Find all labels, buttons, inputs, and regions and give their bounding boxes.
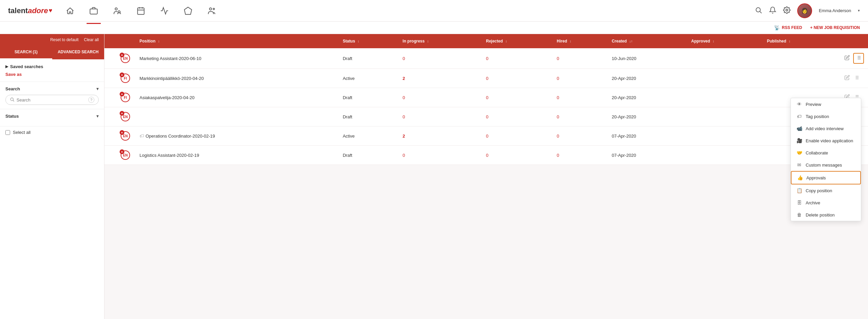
clear-all-button[interactable]: Clear all (84, 37, 99, 42)
th-position-sort[interactable]: ↕ (158, 39, 160, 43)
select-all-checkbox[interactable] (5, 130, 10, 135)
row-position-cell (135, 107, 339, 126)
plus-icon[interactable]: + (120, 72, 124, 77)
settings-icon[interactable] (783, 6, 790, 15)
dropdown-item-delete-position[interactable]: 🗑 Delete position (791, 209, 861, 221)
search-collapse-icon[interactable]: ▾ (96, 86, 99, 91)
th-published[interactable]: Published ↕ (763, 34, 840, 48)
th-published-sort[interactable]: ↕ (789, 39, 790, 43)
nav-icon-list (63, 5, 755, 17)
position-name: Asiakaspalvelija-2020-04-20 (140, 95, 194, 100)
rss-feed-link[interactable]: 📡 RSS FEED (774, 25, 802, 30)
edit-button[interactable] (844, 54, 850, 62)
dropdown-item-tag-position[interactable]: 🏷 Tag position (791, 110, 861, 122)
nav-home[interactable] (63, 5, 77, 17)
lang-badge[interactable]: + EN (121, 112, 130, 121)
dropdown-item-add-video-interview[interactable]: 📹 Add video interview (791, 122, 861, 135)
reset-to-default-button[interactable]: Reset to default (50, 37, 79, 42)
in-progress-value: 2 (403, 134, 405, 139)
th-rejected-sort[interactable]: ↕ (505, 39, 507, 43)
saved-searches-toggle[interactable]: ▶ Saved searches (5, 64, 99, 69)
lang-badge[interactable]: + EN (121, 131, 130, 141)
rejected-value: 0 (486, 56, 488, 61)
user-dropdown-chevron[interactable]: ▾ (858, 8, 860, 13)
row-approved-cell (687, 48, 763, 69)
th-in-progress[interactable]: In progress ↕ (399, 34, 482, 48)
logo-heart-icon: ♥ (49, 7, 53, 14)
svg-line-11 (13, 100, 14, 101)
plus-icon[interactable]: + (120, 53, 124, 57)
th-status[interactable]: Status ↕ (339, 34, 399, 48)
search-input[interactable] (17, 97, 86, 103)
list-button[interactable] (853, 53, 864, 64)
lang-badge[interactable]: + EN (121, 150, 130, 160)
th-rejected-label: Rejected (486, 39, 503, 44)
created-value: 07-Apr-2020 (612, 134, 636, 139)
svg-rect-0 (90, 9, 97, 14)
row-expand-cell (104, 69, 117, 88)
row-in-progress-cell: 0 (399, 48, 482, 69)
th-approved[interactable]: Approved ↕ (687, 34, 763, 48)
th-position[interactable]: Position ↕ (135, 34, 339, 48)
avatar[interactable]: 👩 (797, 3, 812, 18)
created-value: 10-Jun-2020 (612, 56, 636, 61)
plus-icon[interactable]: + (120, 111, 124, 116)
row-lang-cell: + EN (117, 48, 135, 69)
row-created-cell: 07-Apr-2020 (608, 146, 687, 165)
lang-badge[interactable]: + FI (121, 74, 130, 83)
list-button[interactable] (853, 74, 860, 82)
nav-analytics[interactable] (157, 5, 172, 17)
dropdown-item-copy-position[interactable]: 📋 Copy position (791, 184, 861, 197)
dropdown-item-preview[interactable]: 👁 Preview (791, 98, 861, 110)
plus-icon[interactable]: + (120, 92, 124, 96)
logo[interactable]: talentadore♥ (8, 6, 52, 15)
th-in-progress-sort[interactable]: ↕ (427, 39, 429, 43)
plus-icon[interactable]: + (120, 149, 124, 154)
plus-icon[interactable]: + (120, 130, 124, 135)
th-created[interactable]: Created ↓↑ (608, 34, 687, 48)
th-created-sort[interactable]: ↓↑ (629, 39, 632, 43)
row-rejected-cell: 0 (482, 48, 553, 69)
nav-gem[interactable] (181, 5, 195, 17)
tag-icon[interactable]: 🏷 (140, 133, 144, 139)
dropdown-item-approvals[interactable]: 👍 Approvals (791, 171, 861, 184)
th-status-sort[interactable]: ↕ (358, 39, 359, 43)
th-hired[interactable]: Hired ↕ (553, 34, 608, 48)
edit-button[interactable] (844, 74, 850, 82)
th-approved-sort[interactable]: ↕ (713, 39, 714, 43)
search-icon[interactable] (755, 6, 762, 15)
rejected-value: 0 (486, 134, 488, 139)
dropdown-item-archive[interactable]: 🗄 Archive (791, 197, 861, 209)
nav-right-section: 👩 Emma Anderson ▾ (755, 3, 860, 18)
nav-team[interactable] (205, 5, 219, 17)
dropdown-item-icon: 🏷 (796, 114, 802, 119)
status-value: Draft (343, 114, 352, 119)
status-collapse-icon[interactable]: ▾ (96, 113, 99, 119)
row-hired-cell: 0 (553, 146, 608, 165)
new-job-requisition-link[interactable]: + NEW JOB REQUISITION (810, 25, 860, 30)
table-row: + FI Markkinointipäällikkö-2020-04-20 Ac… (104, 69, 868, 88)
sub-header: 📡 RSS FEED + NEW JOB REQUISITION (0, 22, 868, 34)
lang-badge[interactable]: + FI (121, 93, 130, 102)
tab-search[interactable]: SEARCH (1) (0, 46, 52, 59)
tab-advanced-search[interactable]: ADVANCED SEARCH (52, 46, 104, 59)
user-name[interactable]: Emma Anderson (819, 8, 851, 13)
th-hired-sort[interactable]: ↕ (569, 39, 571, 43)
dropdown-item-custom-messages[interactable]: ✉ Custom messages (791, 159, 861, 171)
th-rejected[interactable]: Rejected ↕ (482, 34, 553, 48)
nav-jobs[interactable] (87, 5, 101, 17)
rss-feed-label: RSS FEED (782, 25, 802, 30)
save-as-link[interactable]: Save as (5, 72, 22, 77)
dropdown-item-icon: 👁 (796, 102, 802, 107)
row-expand-cell (104, 88, 117, 107)
row-in-progress-cell: 0 (399, 107, 482, 126)
notifications-icon[interactable] (769, 6, 776, 15)
lang-badge[interactable]: + EN (121, 54, 130, 63)
nav-candidates[interactable] (110, 5, 124, 17)
nav-calendar[interactable] (134, 5, 148, 17)
dropdown-item-enable-video-application[interactable]: 🎥 Enable video application (791, 135, 861, 147)
search-help-icon[interactable]: ? (88, 97, 94, 103)
row-rejected-cell: 0 (482, 69, 553, 88)
in-progress-value: 2 (403, 76, 405, 81)
dropdown-item-collaborate[interactable]: 🤝 Collaborate (791, 147, 861, 159)
